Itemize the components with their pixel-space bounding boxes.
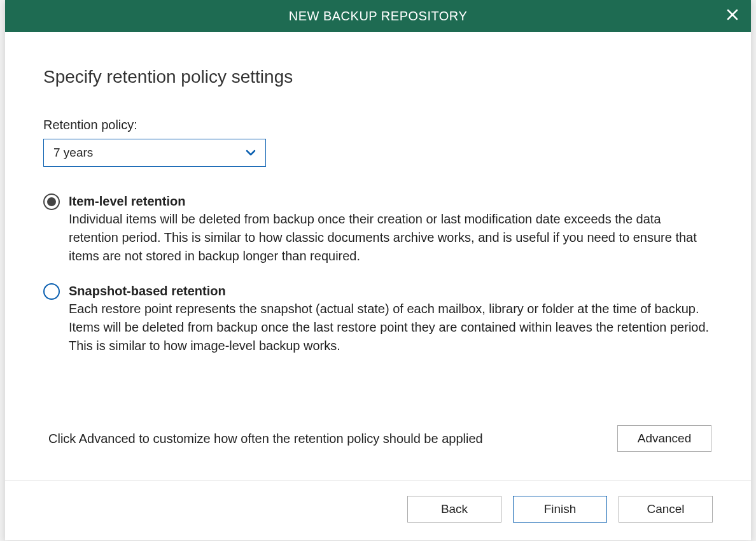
finish-button[interactable]: Finish — [513, 496, 607, 523]
radio-item-level-retention[interactable]: Item-level retention Individual items wi… — [43, 192, 713, 265]
radio-button-icon — [43, 283, 60, 300]
radio-content: Item-level retention Individual items wi… — [69, 192, 713, 265]
radio-title: Snapshot-based retention — [69, 282, 713, 300]
chevron-down-icon — [246, 147, 256, 158]
radio-snapshot-based-retention[interactable]: Snapshot-based retention Each restore po… — [43, 282, 713, 355]
back-button[interactable]: Back — [407, 496, 501, 523]
radio-title: Item-level retention — [69, 192, 713, 210]
cancel-button[interactable]: Cancel — [619, 496, 713, 523]
radio-description: Individual items will be deleted from ba… — [69, 210, 713, 265]
window-title: NEW BACKUP REPOSITORY — [289, 9, 468, 24]
dropdown-value: 7 years — [53, 146, 93, 160]
advanced-hint-text: Click Advanced to customize how often th… — [48, 432, 483, 446]
advanced-button[interactable]: Advanced — [617, 425, 711, 452]
dialog-new-backup-repository: NEW BACKUP REPOSITORY Specify retention … — [5, 0, 751, 540]
dialog-content: Specify retention policy settings Retent… — [5, 32, 751, 481]
retention-radio-group: Item-level retention Individual items wi… — [43, 192, 713, 355]
radio-button-icon — [43, 193, 60, 210]
close-icon[interactable] — [727, 9, 738, 23]
retention-policy-dropdown[interactable]: 7 years — [43, 139, 266, 167]
radio-description: Each restore point represents the snapsh… — [69, 300, 713, 355]
titlebar: NEW BACKUP REPOSITORY — [5, 0, 751, 32]
advanced-row: Click Advanced to customize how often th… — [43, 425, 713, 468]
radio-content: Snapshot-based retention Each restore po… — [69, 282, 713, 355]
page-heading: Specify retention policy settings — [43, 67, 713, 87]
retention-policy-label: Retention policy: — [43, 118, 713, 132]
button-row: Back Finish Cancel — [5, 481, 751, 540]
